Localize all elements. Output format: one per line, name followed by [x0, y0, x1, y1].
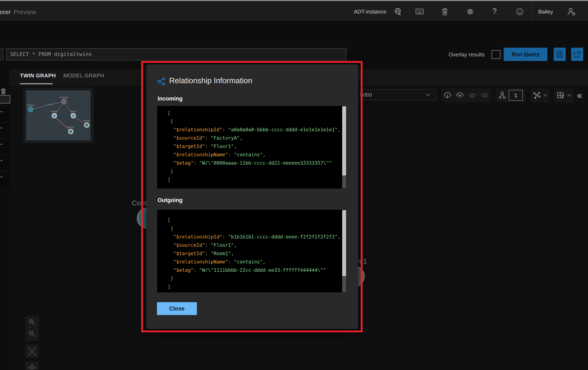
sidebar-card[interactable] — [0, 172, 10, 187]
query-input[interactable]: SELECT * FROM digitaltwins — [6, 48, 346, 60]
table-view-control — [555, 88, 574, 102]
sidebar-selected-item[interactable] — [0, 95, 10, 103]
app-title: lorerPreview — [0, 9, 36, 16]
graph-io-toolbar — [441, 88, 491, 102]
save-icon — [556, 51, 563, 58]
share-query-button[interactable] — [571, 48, 583, 61]
room-square-icon — [70, 130, 72, 133]
minimap-node-label: Room0 — [67, 126, 74, 128]
relationship-information-dialog: Relationship Information Incoming [ { "$… — [146, 64, 358, 329]
tab-twin-graph[interactable]: TWIN GRAPH — [20, 72, 56, 79]
app-title-fragment: lorer — [0, 9, 11, 15]
incoming-json-code: [ { "$relationshipId": "a0a0a0a0-bbbb-cc… — [168, 109, 341, 184]
user-settings-icon[interactable] — [567, 7, 576, 16]
outgoing-section-label: Outgoing — [158, 197, 183, 204]
sidebar-card[interactable] — [0, 139, 10, 154]
scrollbar-thumb[interactable] — [342, 106, 346, 175]
tab-model-graph[interactable]: MODEL GRAPH — [63, 72, 104, 79]
pan-move-icon — [28, 364, 36, 370]
person-expansion-icon[interactable] — [498, 91, 506, 100]
center-focus-icon — [28, 348, 36, 355]
delete-all-icon[interactable] — [441, 8, 448, 16]
outgoing-json-viewer[interactable]: [ { "$relationshipId": "b1b1b1b1-cccc-dd… — [157, 210, 346, 292]
export-graph-icon[interactable] — [456, 92, 464, 99]
graph-overview-minimap[interactable]: contains FactoryA Contoso Floor0 Floor1 … — [23, 88, 94, 143]
preview-badge: Preview — [14, 9, 36, 15]
outgoing-json-code: [ { "$relationshipId": "b1b1b1b1-cccc-dd… — [168, 216, 341, 291]
overlay-results-checkbox[interactable] — [492, 50, 500, 59]
center-graph-button[interactable] — [25, 345, 39, 358]
relationship-icon — [157, 77, 166, 85]
adt-explorer-window: { "window": { "title_fragment": "lorer",… — [0, 0, 588, 370]
property-display-dropdown[interactable]: $dtId — [357, 89, 436, 100]
graph-layout-icon[interactable] — [533, 91, 541, 100]
incoming-section-label: Incoming — [158, 95, 183, 102]
dialog-title: Relationship Information — [169, 76, 252, 85]
minimap-node-label: Floor0 — [52, 110, 57, 113]
layout-control — [530, 88, 549, 102]
minimap-node-label: FactoryA — [60, 96, 68, 99]
feedback-smiley-icon[interactable] — [516, 8, 524, 16]
minimap-node-label: Contoso — [27, 104, 34, 106]
expansion-level-control: 1 — [496, 88, 525, 102]
save-query-button[interactable] — [554, 48, 566, 61]
incoming-json-viewer[interactable]: [ { "$relationshipId": "a0a0a0a0-bbbb-cc… — [157, 106, 346, 188]
instance-name[interactable]: ADT-instance — [354, 9, 386, 15]
card-dash — [1, 160, 2, 161]
scrollbar-track[interactable] — [342, 210, 346, 292]
minimap-node-contoso[interactable] — [28, 107, 33, 112]
keyboard-shortcuts-icon[interactable] — [415, 9, 424, 15]
zoom-out-icon[interactable] — [28, 330, 36, 338]
show-relationships-link-icon[interactable] — [481, 92, 489, 98]
card-dash — [1, 176, 2, 177]
scrollbar-track[interactable] — [342, 106, 346, 188]
zoom-in-icon[interactable] — [28, 319, 36, 326]
chevron-down-icon — [425, 93, 431, 97]
run-query-button[interactable]: Run Query — [504, 48, 547, 61]
table-edit-icon[interactable] — [557, 91, 565, 99]
minimap-node-label: Floor1 — [70, 110, 76, 113]
overlay-results-label: Overlay results — [449, 51, 484, 58]
zoom-controls — [25, 316, 39, 341]
collapse-panel-icon[interactable]: « — [577, 90, 582, 101]
sidebar-delete-icon[interactable] — [1, 88, 6, 94]
sidebar-card[interactable] — [0, 155, 10, 171]
property-dropdown-value: $dtId — [360, 92, 372, 98]
chevron-down-icon[interactable] — [567, 94, 571, 97]
card-dash — [1, 111, 2, 112]
share-icon — [573, 51, 581, 58]
expansion-level-input[interactable]: 1 — [509, 90, 523, 101]
help-icon[interactable]: ? — [493, 7, 497, 16]
pan-mode-button[interactable] — [25, 361, 39, 370]
card-dash — [1, 144, 2, 145]
scrollbar-thumb[interactable] — [342, 210, 346, 276]
room-square-icon — [85, 124, 88, 126]
sidebar-card[interactable] — [0, 107, 10, 122]
minimap-node-label: Room1 — [84, 120, 90, 122]
sidebar-card[interactable] — [0, 123, 10, 138]
settings-icon[interactable] — [466, 8, 474, 16]
active-tab-indicator — [20, 83, 53, 84]
app-titlebar: lorerPreview ADT-instance — [0, 1, 588, 21]
card-dash — [1, 128, 2, 128]
query-selector-fragment[interactable] — [0, 48, 3, 60]
user-name[interactable]: Bailey — [538, 9, 553, 15]
titlebar-divider — [532, 2, 532, 22]
globe-settings-icon[interactable] — [394, 7, 402, 16]
show-all-eye-icon[interactable] — [468, 92, 476, 98]
minimap-node-factorya[interactable] — [62, 99, 66, 104]
import-graph-icon[interactable] — [443, 92, 452, 99]
close-button[interactable]: Close — [157, 302, 197, 315]
chevron-down-icon[interactable] — [543, 94, 547, 97]
